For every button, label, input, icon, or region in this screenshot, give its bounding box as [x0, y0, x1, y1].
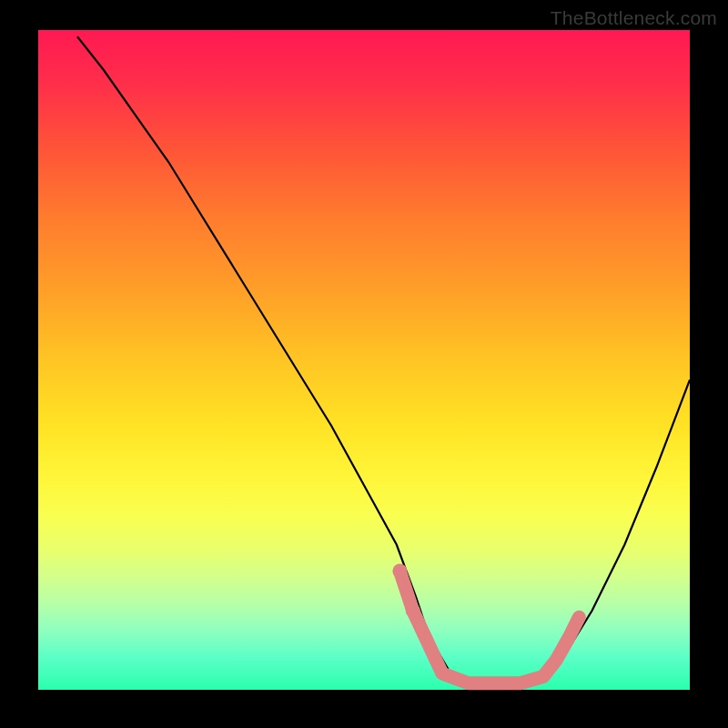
- highlight-dot: [392, 564, 407, 579]
- watermark-text: TheBottleneck.com: [551, 7, 717, 29]
- highlight-stroke: [399, 571, 579, 683]
- highlight-dot: [406, 603, 420, 618]
- curve-overlay: [0, 0, 728, 728]
- highlight-markers: [392, 564, 579, 683]
- bottleneck-curve: [77, 36, 690, 683]
